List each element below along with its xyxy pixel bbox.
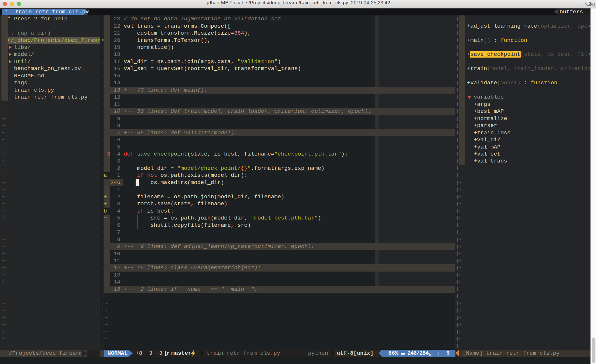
svg-text:1: 1 (593, 2, 595, 7)
